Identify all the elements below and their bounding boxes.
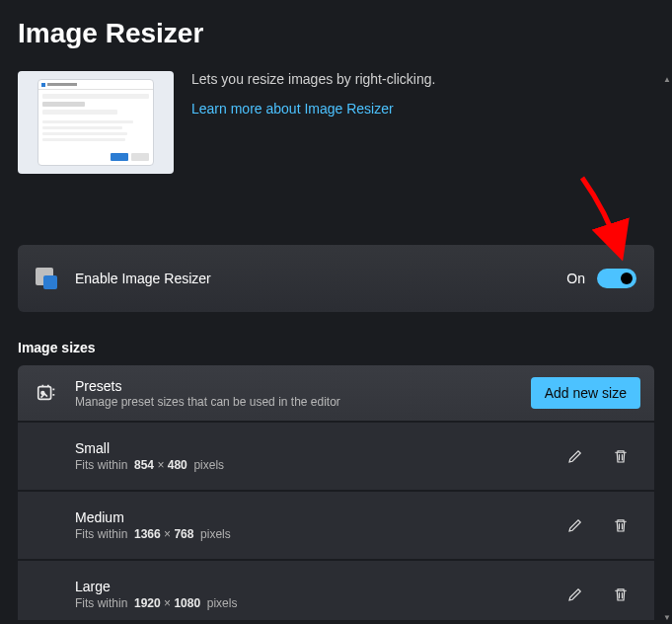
- enable-label: Enable Image Resizer: [75, 271, 566, 286]
- presets-subtitle: Manage preset sizes that can be used in …: [75, 395, 531, 409]
- size-row-medium: Medium Fits within 1366 × 768 pixels: [18, 492, 654, 559]
- page-title: Image Resizer: [0, 0, 672, 61]
- size-name: Large: [75, 579, 565, 594]
- edit-icon[interactable]: [565, 585, 585, 604]
- enable-toggle[interactable]: [597, 269, 636, 288]
- delete-icon[interactable]: [611, 585, 631, 604]
- presets-header: Presets Manage preset sizes that can be …: [18, 365, 654, 421]
- feature-preview-image: [18, 71, 174, 174]
- enable-card: Enable Image Resizer On: [18, 245, 654, 312]
- presets-title: Presets: [75, 378, 531, 394]
- header-section: Lets you resize images by right-clicking…: [0, 61, 672, 194]
- content-scroll-area[interactable]: Lets you resize images by right-clicking…: [0, 61, 672, 620]
- image-resizer-icon: [36, 268, 57, 289]
- size-name: Medium: [75, 509, 565, 525]
- size-description: Fits within 1366 × 768 pixels: [75, 527, 565, 541]
- add-new-size-button[interactable]: Add new size: [531, 377, 640, 409]
- toggle-state-text: On: [566, 271, 585, 286]
- edit-icon[interactable]: [565, 446, 585, 466]
- image-sizes-section-label: Image sizes: [18, 340, 654, 355]
- presets-icon: [36, 382, 57, 404]
- size-description: Fits within 854 × 480 pixels: [75, 458, 565, 472]
- size-row-large: Large Fits within 1920 × 1080 pixels: [18, 561, 654, 620]
- feature-description: Lets you resize images by right-clicking…: [191, 71, 654, 87]
- learn-more-link[interactable]: Learn more about Image Resizer: [191, 101, 394, 117]
- delete-icon[interactable]: [611, 515, 631, 535]
- scroll-arrow-down-icon[interactable]: ▼: [663, 613, 671, 622]
- size-description: Fits within 1920 × 1080 pixels: [75, 596, 565, 610]
- scroll-arrow-up-icon[interactable]: ▲: [663, 75, 671, 84]
- size-name: Small: [75, 440, 565, 456]
- size-row-small: Small Fits within 854 × 480 pixels: [18, 423, 654, 490]
- delete-icon[interactable]: [611, 446, 631, 466]
- edit-icon[interactable]: [565, 515, 585, 535]
